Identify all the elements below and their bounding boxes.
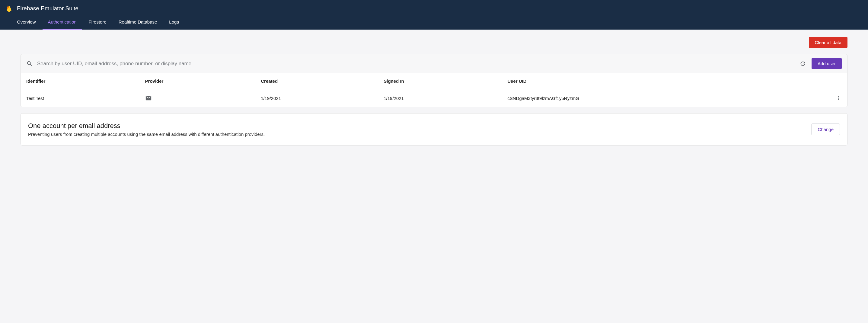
cell-signed-in: 1/19/2021 (378, 89, 502, 107)
tab-firestore[interactable]: Firestore (83, 15, 112, 30)
app-header: Firebase Emulator Suite Overview Authent… (0, 0, 868, 30)
cell-user-uid: cSNDgaM3tyr3t9lzmAGf1y5RyzmG (502, 89, 829, 107)
table-row: Test Test 1/19/2021 1/19/2021 cSNDgaM3ty… (21, 89, 847, 107)
th-created: Created (255, 73, 378, 89)
users-table: Identifier Provider Created Signed In Us… (21, 73, 847, 107)
th-signed-in: Signed In (378, 73, 502, 89)
tab-logs[interactable]: Logs (163, 15, 184, 30)
th-identifier: Identifier (21, 73, 140, 89)
settings-title: One account per email address (28, 122, 265, 130)
account-settings-card: One account per email address Preventing… (21, 113, 847, 146)
cell-actions (829, 89, 847, 107)
settings-text: One account per email address Preventing… (28, 122, 265, 137)
table-header-row: Identifier Provider Created Signed In Us… (21, 73, 847, 89)
search-icon (26, 60, 33, 67)
more-options-icon[interactable] (835, 95, 842, 101)
th-user-uid: User UID (502, 73, 829, 89)
tab-realtime-database[interactable]: Realtime Database (113, 15, 163, 30)
header-top: Firebase Emulator Suite (0, 0, 868, 15)
add-user-button[interactable]: Add user (812, 58, 842, 69)
tab-overview[interactable]: Overview (11, 15, 41, 30)
email-icon (145, 95, 250, 101)
tab-authentication[interactable]: Authentication (42, 15, 82, 30)
users-card: Add user Identifier Provider Created Sig… (21, 54, 847, 107)
th-provider: Provider (140, 73, 256, 89)
cell-identifier: Test Test (21, 89, 140, 107)
app-title: Firebase Emulator Suite (17, 5, 79, 12)
settings-description: Preventing users from creating multiple … (28, 131, 265, 137)
main-content: Clear all data Add user Identifier Provi… (0, 30, 868, 159)
action-bar: Clear all data (21, 37, 847, 48)
cell-created: 1/19/2021 (255, 89, 378, 107)
firebase-logo-icon (5, 4, 13, 13)
cell-provider (140, 89, 256, 107)
search-bar: Add user (21, 54, 847, 73)
refresh-icon[interactable] (800, 60, 806, 67)
change-button[interactable]: Change (811, 123, 840, 135)
search-input[interactable] (37, 61, 794, 67)
clear-all-data-button[interactable]: Clear all data (809, 37, 847, 48)
th-actions (829, 73, 847, 89)
nav-tabs: Overview Authentication Firestore Realti… (0, 15, 868, 30)
